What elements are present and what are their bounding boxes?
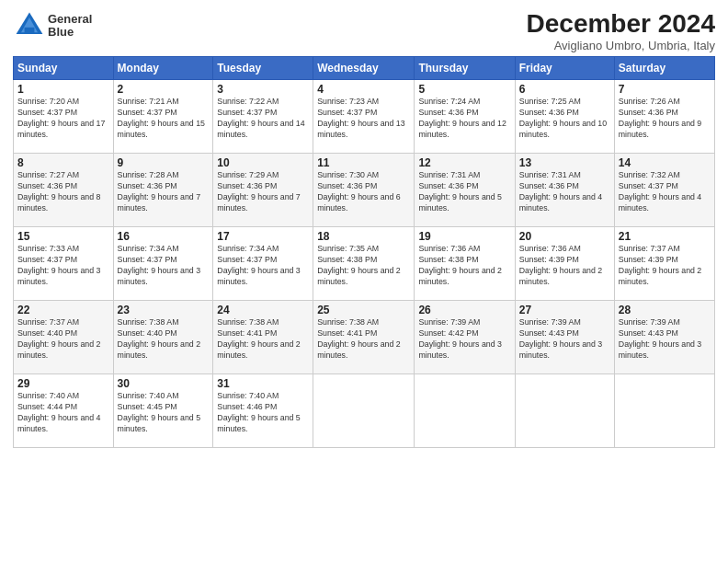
day-number: 8 (17, 156, 109, 169)
day-number: 2 (118, 83, 210, 96)
day-number: 3 (217, 83, 309, 96)
svg-rect-2 (25, 28, 35, 34)
day-number: 20 (519, 230, 610, 243)
table-row: 25 Sunrise: 7:38 AM Sunset: 4:41 PM Dayl… (313, 301, 415, 374)
table-row: 4 Sunrise: 7:23 AM Sunset: 4:37 PM Dayli… (313, 80, 415, 154)
table-row: 2 Sunrise: 7:21 AM Sunset: 4:37 PM Dayli… (113, 80, 213, 154)
table-row: 15 Sunrise: 7:33 AM Sunset: 4:37 PM Dayl… (14, 227, 114, 301)
day-info: Sunrise: 7:28 AM Sunset: 4:36 PM Dayligh… (118, 170, 210, 214)
day-number: 14 (619, 156, 711, 169)
col-wednesday: Wednesday (313, 57, 415, 80)
day-info: Sunrise: 7:35 AM Sunset: 4:38 PM Dayligh… (317, 244, 410, 288)
subtitle: Avigliano Umbro, Umbria, Italy (527, 39, 715, 52)
empty-cell (515, 374, 614, 448)
day-number: 28 (619, 304, 711, 316)
day-info: Sunrise: 7:34 AM Sunset: 4:37 PM Dayligh… (217, 244, 309, 288)
day-info: Sunrise: 7:37 AM Sunset: 4:39 PM Dayligh… (619, 244, 711, 288)
day-number: 29 (17, 377, 109, 390)
main-title: December 2024 (527, 9, 715, 39)
day-info: Sunrise: 7:36 AM Sunset: 4:38 PM Dayligh… (418, 244, 510, 288)
day-info: Sunrise: 7:20 AM Sunset: 4:37 PM Dayligh… (17, 97, 109, 141)
calendar-week-4: 22 Sunrise: 7:37 AM Sunset: 4:40 PM Dayl… (14, 301, 715, 374)
day-number: 9 (118, 156, 210, 169)
calendar-table: Sunday Monday Tuesday Wednesday Thursday… (13, 56, 715, 448)
table-row: 3 Sunrise: 7:22 AM Sunset: 4:37 PM Dayli… (213, 80, 313, 154)
day-info: Sunrise: 7:27 AM Sunset: 4:36 PM Dayligh… (17, 170, 109, 214)
day-number: 11 (317, 156, 410, 169)
table-row: 23 Sunrise: 7:38 AM Sunset: 4:40 PM Dayl… (113, 301, 213, 374)
day-number: 31 (217, 377, 309, 390)
empty-cell (614, 374, 714, 448)
calendar-week-5: 29 Sunrise: 7:40 AM Sunset: 4:44 PM Dayl… (14, 374, 715, 448)
day-number: 26 (418, 304, 510, 316)
day-number: 19 (418, 230, 510, 243)
table-row: 21 Sunrise: 7:37 AM Sunset: 4:39 PM Dayl… (614, 227, 714, 301)
table-row: 17 Sunrise: 7:34 AM Sunset: 4:37 PM Dayl… (213, 227, 313, 301)
day-number: 1 (17, 83, 109, 96)
table-row: 19 Sunrise: 7:36 AM Sunset: 4:38 PM Dayl… (415, 227, 515, 301)
calendar-header-row: Sunday Monday Tuesday Wednesday Thursday… (14, 57, 715, 80)
day-number: 6 (519, 83, 610, 96)
day-number: 13 (519, 156, 610, 169)
day-number: 16 (118, 230, 210, 243)
table-row: 31 Sunrise: 7:40 AM Sunset: 4:46 PM Dayl… (213, 374, 313, 448)
logo-line1: General (48, 13, 92, 26)
day-info: Sunrise: 7:21 AM Sunset: 4:37 PM Dayligh… (118, 97, 210, 141)
header: General Blue December 2024 Avigliano Umb… (13, 9, 715, 52)
day-info: Sunrise: 7:22 AM Sunset: 4:37 PM Dayligh… (217, 97, 309, 141)
empty-cell (415, 374, 515, 448)
day-number: 23 (118, 304, 210, 316)
table-row: 30 Sunrise: 7:40 AM Sunset: 4:45 PM Dayl… (113, 374, 213, 448)
day-number: 21 (619, 230, 711, 243)
table-row: 11 Sunrise: 7:30 AM Sunset: 4:36 PM Dayl… (313, 154, 415, 227)
day-number: 25 (317, 304, 410, 316)
calendar-week-1: 1 Sunrise: 7:20 AM Sunset: 4:37 PM Dayli… (14, 80, 715, 154)
table-row: 14 Sunrise: 7:32 AM Sunset: 4:37 PM Dayl… (614, 154, 714, 227)
day-info: Sunrise: 7:37 AM Sunset: 4:40 PM Dayligh… (17, 317, 109, 362)
day-info: Sunrise: 7:38 AM Sunset: 4:40 PM Dayligh… (118, 317, 210, 362)
table-row: 20 Sunrise: 7:36 AM Sunset: 4:39 PM Dayl… (515, 227, 614, 301)
day-number: 17 (217, 230, 309, 243)
day-info: Sunrise: 7:31 AM Sunset: 4:36 PM Dayligh… (418, 170, 510, 214)
day-number: 27 (519, 304, 610, 316)
col-thursday: Thursday (415, 57, 515, 80)
col-saturday: Saturday (614, 57, 714, 80)
table-row: 6 Sunrise: 7:25 AM Sunset: 4:36 PM Dayli… (515, 80, 614, 154)
day-number: 18 (317, 230, 410, 243)
day-info: Sunrise: 7:39 AM Sunset: 4:42 PM Dayligh… (418, 317, 510, 362)
day-info: Sunrise: 7:31 AM Sunset: 4:36 PM Dayligh… (519, 170, 610, 214)
day-number: 22 (17, 304, 109, 316)
day-info: Sunrise: 7:36 AM Sunset: 4:39 PM Dayligh… (519, 244, 610, 288)
table-row: 22 Sunrise: 7:37 AM Sunset: 4:40 PM Dayl… (14, 301, 114, 374)
day-info: Sunrise: 7:25 AM Sunset: 4:36 PM Dayligh… (519, 97, 610, 141)
col-friday: Friday (515, 57, 614, 80)
logo-line2: Blue (48, 26, 92, 39)
logo-text: General Blue (48, 13, 92, 40)
day-info: Sunrise: 7:40 AM Sunset: 4:44 PM Dayligh… (17, 391, 109, 435)
day-info: Sunrise: 7:38 AM Sunset: 4:41 PM Dayligh… (217, 317, 309, 362)
table-row: 10 Sunrise: 7:29 AM Sunset: 4:36 PM Dayl… (213, 154, 313, 227)
day-number: 5 (418, 83, 510, 96)
day-info: Sunrise: 7:24 AM Sunset: 4:36 PM Dayligh… (418, 97, 510, 141)
table-row: 8 Sunrise: 7:27 AM Sunset: 4:36 PM Dayli… (14, 154, 114, 227)
table-row: 1 Sunrise: 7:20 AM Sunset: 4:37 PM Dayli… (14, 80, 114, 154)
day-number: 12 (418, 156, 510, 169)
table-row: 7 Sunrise: 7:26 AM Sunset: 4:36 PM Dayli… (614, 80, 714, 154)
logo: General Blue (13, 9, 92, 42)
table-row: 26 Sunrise: 7:39 AM Sunset: 4:42 PM Dayl… (415, 301, 515, 374)
table-row: 27 Sunrise: 7:39 AM Sunset: 4:43 PM Dayl… (515, 301, 614, 374)
table-row: 13 Sunrise: 7:31 AM Sunset: 4:36 PM Dayl… (515, 154, 614, 227)
logo-icon (13, 9, 46, 42)
calendar-week-3: 15 Sunrise: 7:33 AM Sunset: 4:37 PM Dayl… (14, 227, 715, 301)
table-row: 5 Sunrise: 7:24 AM Sunset: 4:36 PM Dayli… (415, 80, 515, 154)
day-info: Sunrise: 7:40 AM Sunset: 4:46 PM Dayligh… (217, 391, 309, 435)
day-number: 24 (217, 304, 309, 316)
day-info: Sunrise: 7:30 AM Sunset: 4:36 PM Dayligh… (317, 170, 410, 214)
table-row: 16 Sunrise: 7:34 AM Sunset: 4:37 PM Dayl… (113, 227, 213, 301)
day-info: Sunrise: 7:29 AM Sunset: 4:36 PM Dayligh… (217, 170, 309, 214)
table-row: 12 Sunrise: 7:31 AM Sunset: 4:36 PM Dayl… (415, 154, 515, 227)
day-info: Sunrise: 7:39 AM Sunset: 4:43 PM Dayligh… (619, 317, 711, 362)
title-block: December 2024 Avigliano Umbro, Umbria, I… (527, 9, 715, 52)
table-row: 18 Sunrise: 7:35 AM Sunset: 4:38 PM Dayl… (313, 227, 415, 301)
col-sunday: Sunday (14, 57, 114, 80)
